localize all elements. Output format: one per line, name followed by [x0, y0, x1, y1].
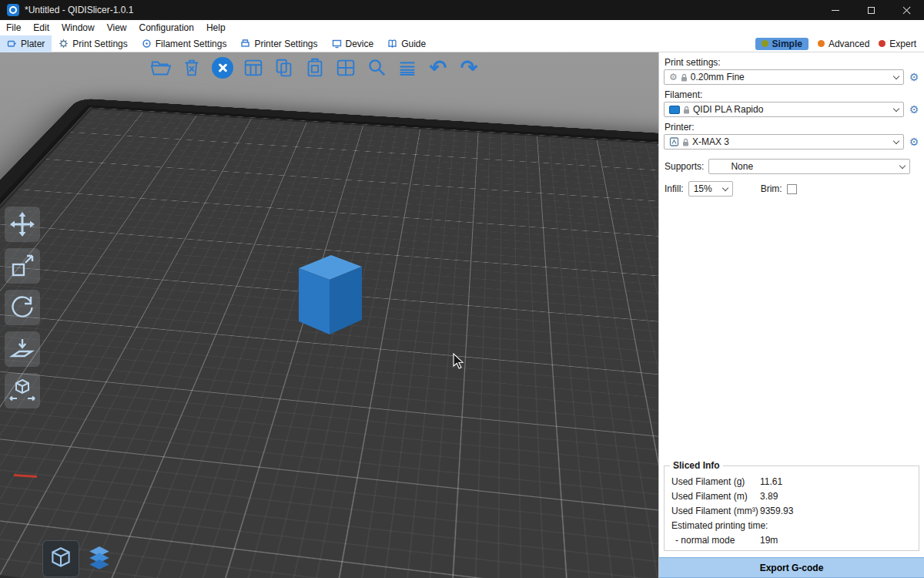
redo-icon: ↷	[460, 56, 478, 79]
sliced-info-row: - normal mode 19m	[668, 533, 916, 547]
supports-combo[interactable]: None	[708, 159, 910, 174]
mode-advanced[interactable]: Advanced	[818, 39, 869, 49]
sliced-info-row: Used Filament (g) 11.61	[668, 474, 916, 489]
flatten-icon	[8, 335, 36, 363]
print-settings-gear-button[interactable]: ⚙	[908, 71, 920, 83]
close-button[interactable]	[889, 0, 924, 20]
menu-view[interactable]: View	[101, 20, 133, 35]
sliced-info-panel: Sliced Info Used Filament (g) 11.61 Used…	[664, 465, 919, 551]
filament-combo[interactable]: QIDI PLA Rapido	[664, 102, 904, 117]
chevron-down-icon	[893, 105, 899, 111]
undo-button[interactable]: ↶	[425, 55, 451, 81]
layer-lines-icon	[396, 56, 419, 79]
open-button[interactable]	[148, 55, 174, 81]
editor-view-button[interactable]	[43, 541, 79, 576]
menu-configuration[interactable]: Configuration	[133, 20, 200, 35]
variable-layer-height-button[interactable]	[394, 55, 420, 81]
menu-window[interactable]: Window	[55, 20, 101, 35]
tab-print-settings[interactable]: Print Settings	[52, 35, 134, 52]
tab-guide[interactable]: Guide	[380, 35, 433, 52]
tab-filament-settings[interactable]: Filament Settings	[135, 35, 234, 52]
maximize-button[interactable]	[853, 0, 889, 20]
minimize-button[interactable]	[818, 0, 853, 20]
chevron-down-icon	[893, 72, 899, 79]
close-icon	[902, 6, 911, 15]
filament-icon	[142, 39, 152, 49]
tab-device[interactable]: Device	[325, 35, 381, 52]
mode-simple[interactable]: Simple	[755, 38, 808, 50]
folder-open-icon	[149, 56, 172, 79]
supports-label: Supports:	[665, 161, 704, 172]
paste-button[interactable]	[302, 55, 328, 81]
redo-button[interactable]: ↷	[456, 55, 482, 81]
printer-gear-button[interactable]: ⚙	[908, 136, 920, 148]
filament-label: Filament:	[665, 89, 924, 100]
scale-icon	[8, 252, 36, 280]
copy-button[interactable]	[271, 55, 297, 81]
lock-icon	[681, 73, 688, 82]
tab-guide-label: Guide	[401, 39, 426, 49]
3d-viewport[interactable]: ↶ ↷	[0, 52, 658, 578]
cut-cube-icon	[8, 377, 36, 405]
delete-all-button[interactable]	[209, 55, 236, 81]
infill-combo[interactable]: 15%	[688, 181, 733, 197]
delete-button[interactable]	[179, 55, 205, 81]
trash-icon	[180, 56, 203, 79]
view-switch	[43, 541, 117, 576]
gear-icon: ⚙	[669, 72, 678, 82]
delete-all-icon	[212, 57, 233, 79]
advanced-mode-dot-icon	[818, 40, 825, 47]
menu-file[interactable]: File	[0, 20, 27, 35]
tab-filament-settings-label: Filament Settings	[156, 39, 227, 49]
tab-print-settings-label: Print Settings	[72, 39, 127, 49]
sliced-info-title: Sliced Info	[670, 460, 723, 471]
tab-plater[interactable]: Plater	[0, 35, 52, 52]
tabbar: Plater Print Settings Filament Settings …	[0, 35, 924, 52]
device-icon	[332, 39, 342, 49]
print-settings-value: 0.20mm Fine	[691, 72, 745, 82]
tab-device-label: Device	[346, 39, 374, 49]
used-filament-m-label: Used Filament (m)	[668, 491, 760, 502]
maximize-icon	[868, 7, 875, 14]
search-button[interactable]	[363, 55, 390, 81]
preview-layers-icon	[86, 546, 112, 572]
search-icon	[365, 56, 388, 79]
editor-cube-icon	[48, 546, 74, 572]
cube-model[interactable]	[291, 247, 365, 338]
preview-view-button[interactable]	[82, 541, 117, 576]
simple-mode-dot-icon	[762, 40, 768, 47]
move-arrows-icon	[8, 210, 36, 238]
menu-help[interactable]: Help	[200, 20, 232, 35]
qidislicer-window: *Untitled - QIDISlicer-1.0.1 File Edit W…	[0, 0, 924, 578]
scale-button[interactable]	[5, 248, 40, 284]
printer-label: Printer:	[665, 122, 924, 133]
menu-edit[interactable]: Edit	[27, 20, 55, 35]
rotate-button[interactable]	[5, 290, 40, 325]
cut-button[interactable]	[5, 373, 40, 408]
print-settings-combo[interactable]: ⚙ 0.20mm Fine	[664, 69, 904, 85]
printer-value: X-MAX 3	[692, 136, 729, 147]
tab-plater-label: Plater	[21, 39, 45, 49]
move-button[interactable]	[5, 207, 40, 242]
printer-bed	[0, 99, 658, 578]
split-button[interactable]	[333, 55, 359, 81]
infill-value: 15%	[694, 183, 712, 194]
export-gcode-button[interactable]: Export G-code	[659, 557, 924, 578]
undo-icon: ↶	[430, 56, 447, 79]
printer-combo[interactable]: X-MAX 3	[664, 134, 904, 150]
split-panes-icon	[334, 56, 357, 79]
settings-sidebar: Print settings: ⚙ 0.20mm Fine ⚙ Filament…	[658, 52, 924, 578]
mode-expert[interactable]: Expert	[879, 39, 916, 49]
printer-icon	[240, 39, 250, 49]
chevron-down-icon	[721, 184, 728, 190]
brim-checkbox[interactable]	[787, 184, 797, 194]
tab-printer-settings[interactable]: Printer Settings	[233, 35, 324, 52]
place-on-face-button[interactable]	[5, 331, 40, 367]
rotate-icon	[8, 294, 36, 321]
brim-label: Brim:	[761, 183, 782, 194]
gizmo-toolbar	[5, 207, 40, 408]
estimated-time-label: Estimated printing time:	[668, 520, 760, 531]
arrange-button[interactable]	[240, 55, 266, 81]
filament-gear-button[interactable]: ⚙	[908, 103, 920, 116]
app-logo-icon	[7, 4, 19, 16]
